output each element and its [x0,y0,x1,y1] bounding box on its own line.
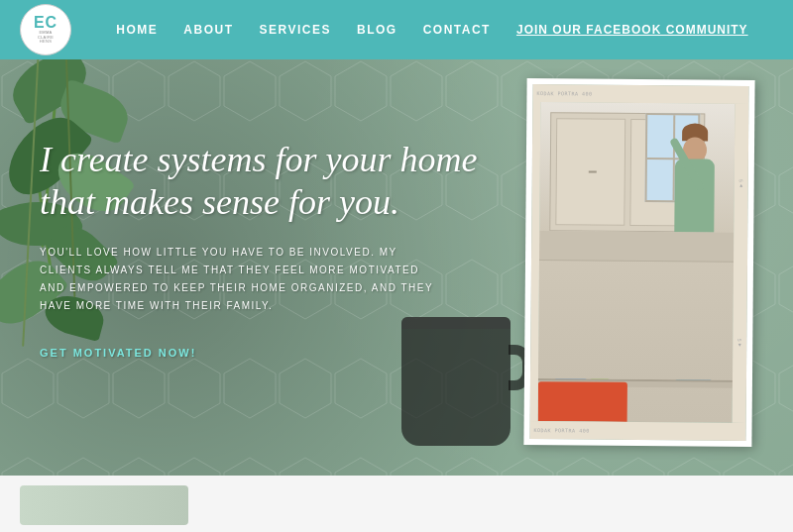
logo[interactable]: EC EMMACLAIREHENS [20,4,71,55]
logo-subtext: EMMACLAIREHENS [38,31,54,45]
nav-links: HOME ABOUT SERVICES BLOG CONTACT JOIN OU… [91,23,773,37]
film-bottom: KODAK PORTRA 400 [529,421,745,441]
bottom-section [0,476,793,532]
kitchen-photo [538,102,736,423]
film-right: 5▲ 5▼ [733,104,749,423]
nav-blog[interactable]: BLOG [357,23,397,37]
nav-contact[interactable]: CONTACT [423,23,491,37]
photo-frame: KODAK PORTRA 400 KODAK PORTRA 400 5▲ 5▼ [523,78,754,447]
nav-services[interactable]: SERVICES [260,23,331,37]
nav-facebook[interactable]: JOIN OUR FACEBOOK COMMUNITY [516,23,748,37]
lower-wall [538,231,734,380]
logo-initials: EC [34,15,57,31]
orange-item [538,381,627,422]
photo-inner: KODAK PORTRA 400 KODAK PORTRA 400 5▲ 5▼ [529,84,748,441]
hero-content: I create systems for your home that make… [40,139,496,361]
hero-subtext: YOU'LL LOVE HOW LITTLE YOU HAVE TO BE IN… [40,244,436,315]
nav-home[interactable]: HOME [116,23,158,37]
nav-about[interactable]: ABOUT [183,23,233,37]
bottom-partial-image [20,485,188,525]
hero-headline: I create systems for your home that make… [40,139,496,224]
hero-section: I create systems for your home that make… [0,59,793,476]
film-top: KODAK PORTRA 400 [532,84,748,104]
hero-cta-link[interactable]: GET MOTIVATED NOW! [40,347,196,359]
navbar: EC EMMACLAIREHENS HOME ABOUT SERVICES BL… [0,0,793,59]
